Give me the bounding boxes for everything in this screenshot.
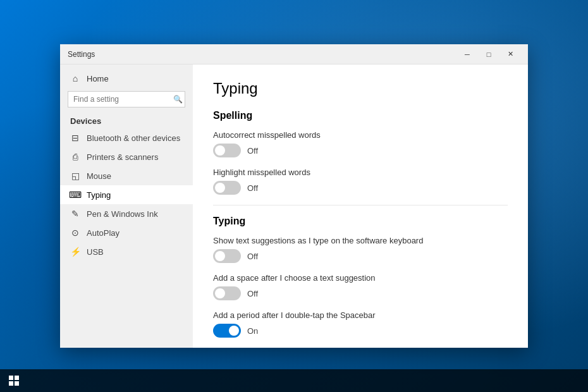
highlight-toggle-row: Off <box>213 181 508 195</box>
highlight-toggle[interactable] <box>213 181 241 195</box>
text-suggestions-toggle-row: Off <box>213 249 508 263</box>
autocorrect-toggle[interactable] <box>213 144 241 157</box>
sidebar-label-printers: Printers & scanners <box>87 152 158 162</box>
home-icon: ⌂ <box>70 73 80 83</box>
sidebar-item-mouse[interactable]: ◱ Mouse <box>60 166 193 185</box>
window-title: Settings <box>68 50 457 59</box>
window-body: ⌂ Home 🔍 Devices ⊟ Bluetooth & other dev… <box>60 64 528 348</box>
sidebar-label-pen: Pen & Windows Ink <box>87 209 158 219</box>
search-input[interactable] <box>68 91 185 107</box>
add-space-setting: Add a space after I choose a text sugges… <box>213 273 508 300</box>
highlight-state-label: Off <box>247 183 258 193</box>
add-period-setting: Add a period after I double-tap the Spac… <box>213 310 508 338</box>
minimize-button[interactable]: ─ <box>457 48 477 61</box>
spelling-heading: Spelling <box>213 110 508 121</box>
add-period-toggle[interactable] <box>213 324 241 338</box>
sidebar-item-bluetooth[interactable]: ⊟ Bluetooth & other devices <box>60 128 193 147</box>
add-space-toggle-row: Off <box>213 286 508 300</box>
devices-section-title: Devices <box>60 111 193 128</box>
search-button[interactable]: 🔍 <box>173 95 183 104</box>
settings-window: Settings ─ □ ✕ ⌂ Home 🔍 Devices ⊟ Blueto… <box>60 44 528 348</box>
main-content: Typing Spelling Autocorrect misspelled w… <box>193 64 528 348</box>
text-suggestions-setting: Show text suggestions as I type on the s… <box>213 236 508 263</box>
highlight-label: Highlight misspelled words <box>213 168 508 177</box>
autocorrect-label: Autocorrect misspelled words <box>213 130 508 140</box>
taskbar <box>0 369 588 392</box>
close-button[interactable]: ✕ <box>500 48 520 61</box>
sidebar: ⌂ Home 🔍 Devices ⊟ Bluetooth & other dev… <box>60 64 193 348</box>
mouse-icon: ◱ <box>70 171 80 181</box>
start-icon <box>9 376 19 386</box>
sidebar-item-pen[interactable]: ✎ Pen & Windows Ink <box>60 204 193 223</box>
sidebar-label-mouse: Mouse <box>87 171 111 181</box>
start-button[interactable] <box>5 372 23 389</box>
page-title: Typing <box>213 80 508 97</box>
add-space-toggle[interactable] <box>213 286 241 300</box>
text-suggestions-state-label: Off <box>247 252 258 261</box>
add-space-state-label: Off <box>247 289 258 298</box>
typing-icon: ⌨ <box>70 190 80 200</box>
home-label: Home <box>87 74 109 83</box>
text-suggestions-label: Show text suggestions as I type on the s… <box>213 236 508 245</box>
add-space-label: Add a space after I choose a text sugges… <box>213 273 508 283</box>
autocorrect-toggle-row: Off <box>213 144 508 157</box>
sidebar-item-printers[interactable]: ⎙ Printers & scanners <box>60 147 193 166</box>
autocorrect-setting: Autocorrect misspelled words Off <box>213 130 508 157</box>
autocorrect-state-label: Off <box>247 146 258 156</box>
window-controls: ─ □ ✕ <box>457 48 520 61</box>
search-box-container: 🔍 <box>68 91 185 107</box>
printers-icon: ⎙ <box>70 152 80 162</box>
title-bar: Settings ─ □ ✕ <box>60 44 528 64</box>
pen-icon: ✎ <box>70 209 80 219</box>
sidebar-item-typing[interactable]: ⌨ Typing <box>60 185 193 204</box>
sidebar-label-usb: USB <box>87 247 104 257</box>
sidebar-label-bluetooth: Bluetooth & other devices <box>87 133 180 143</box>
add-period-label: Add a period after I double-tap the Spac… <box>213 310 508 320</box>
sidebar-home[interactable]: ⌂ Home <box>60 70 193 87</box>
divider-1 <box>213 205 508 205</box>
sidebar-item-usb[interactable]: ⚡ USB <box>60 242 193 261</box>
add-period-toggle-row: On <box>213 324 508 338</box>
autoplay-icon: ⊙ <box>70 228 80 238</box>
sidebar-label-autoplay: AutoPlay <box>87 228 119 238</box>
typing-heading: Typing <box>213 216 508 227</box>
highlight-setting: Highlight misspelled words Off <box>213 168 508 195</box>
usb-icon: ⚡ <box>70 247 80 257</box>
text-suggestions-toggle[interactable] <box>213 249 241 263</box>
add-period-state-label: On <box>247 326 258 336</box>
sidebar-label-typing: Typing <box>87 190 111 200</box>
maximize-button[interactable]: □ <box>479 48 499 61</box>
sidebar-item-autoplay[interactable]: ⊙ AutoPlay <box>60 223 193 242</box>
bluetooth-icon: ⊟ <box>70 133 80 143</box>
